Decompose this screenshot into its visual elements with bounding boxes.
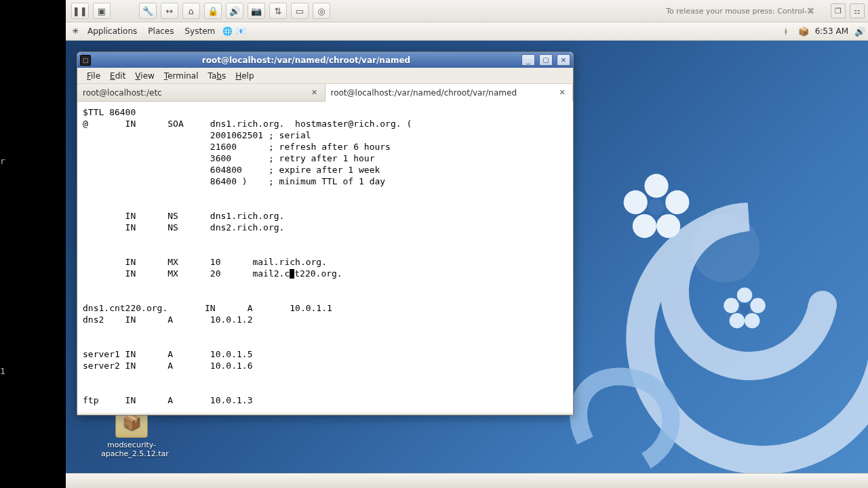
svg-point-2 <box>656 214 680 238</box>
vm-sound-button[interactable]: 🔊 <box>226 3 243 19</box>
terminal-text-post: t220.org. dns1.cnt220.org. IN A 10.0.1.1… <box>83 268 342 405</box>
vm-record-button[interactable]: ◎ <box>313 3 330 19</box>
tab-close-icon[interactable]: ✕ <box>557 88 567 98</box>
terminal-tab-etc[interactable]: root@localhost:/etc ✕ <box>77 84 326 101</box>
wallpaper-flower <box>619 169 694 244</box>
terminal-text-pre: $TTL 86400 @ IN SOA dns1.rich.org. hostm… <box>83 107 412 279</box>
wallpaper-swirl <box>545 149 868 473</box>
terminal-body[interactable]: $TTL 86400 @ IN SOA dns1.rich.org. hostm… <box>77 102 573 413</box>
window-minimize-button[interactable]: _ <box>521 54 535 66</box>
volume-icon[interactable]: 🔊 <box>854 25 866 37</box>
left-bar-char: r <box>0 156 5 166</box>
gnome-top-panel: ✳ Applications Places System 🌐 📧 ᚼ 📦 6:5… <box>66 22 868 41</box>
wallpaper-flower <box>721 285 768 332</box>
svg-point-8 <box>745 313 760 328</box>
vm-lock-button[interactable]: 🔒 <box>204 3 222 19</box>
vm-release-hint: To release your mouse press: Control-⌘ <box>666 7 814 16</box>
vm-host-toolbar: ❚❚ ▣ 🔧 ↔ ⌂ 🔒 🔊 📷 ⇅ ▭ ◎ To release your m… <box>66 0 868 22</box>
gnome-bottom-panel[interactable] <box>66 473 868 488</box>
tab-label: root@localhost:/etc <box>83 88 162 98</box>
guest-screen: ❚❚ ▣ 🔧 ↔ ⌂ 🔒 🔊 📷 ⇅ ▭ ◎ To release your m… <box>66 0 868 488</box>
bluetooth-icon[interactable]: ᚼ <box>780 25 792 37</box>
browser-launcher-icon[interactable]: 🌐 <box>222 26 233 37</box>
desktop[interactable]: 📦 modsecurity- apache_2.5.12.tar ▢ root@… <box>66 41 868 473</box>
tab-label: root@localhost:/var/named/chroot/var/nam… <box>331 88 517 98</box>
window-close-button[interactable]: ✕ <box>557 54 570 66</box>
package-update-icon[interactable]: 📦 <box>797 25 810 37</box>
vm-close-button[interactable]: ⚏ <box>850 3 865 18</box>
svg-point-6 <box>737 287 752 302</box>
menu-system[interactable]: System <box>180 22 219 40</box>
svg-point-5 <box>648 199 665 215</box>
svg-point-11 <box>739 303 749 313</box>
distributor-logo-icon[interactable]: ✳ <box>70 26 81 37</box>
clock[interactable]: 6:53 AM <box>815 26 848 36</box>
vm-share-button[interactable]: ⇅ <box>269 3 287 19</box>
svg-point-9 <box>730 313 745 328</box>
menu-terminal[interactable]: Terminal <box>160 70 203 82</box>
menu-file[interactable]: File <box>83 70 104 82</box>
terminal-tab-named[interactable]: root@localhost:/var/named/chroot/var/nam… <box>326 84 574 102</box>
vm-home-button[interactable]: ⌂ <box>182 3 200 19</box>
terminal-tabbar: root@localhost:/etc ✕ root@localhost:/va… <box>77 84 573 102</box>
vm-resize-button[interactable]: ↔ <box>161 3 178 19</box>
svg-point-0 <box>644 174 668 198</box>
vm-pause-button[interactable]: ❚❚ <box>71 3 89 19</box>
vm-maximize-button[interactable]: ❐ <box>831 3 846 18</box>
svg-point-3 <box>633 214 656 238</box>
desktop-icon-label: modsecurity- apache_2.5.12.tar <box>101 441 162 458</box>
window-resize-grip[interactable] <box>77 413 573 415</box>
svg-point-1 <box>665 190 689 214</box>
vm-display-button[interactable]: ▭ <box>291 3 309 19</box>
menu-applications[interactable]: Applications <box>83 22 141 40</box>
vm-camera-button[interactable]: 📷 <box>248 3 265 19</box>
left-bar-char: 1 <box>0 366 5 376</box>
vm-settings-button[interactable]: 🔧 <box>139 3 157 19</box>
svg-point-4 <box>624 190 648 214</box>
terminal-menubar: File Edit View Terminal Tabs Help <box>77 68 573 84</box>
svg-point-7 <box>750 298 765 313</box>
window-maximize-button[interactable]: ▢ <box>539 54 553 66</box>
svg-point-10 <box>724 298 738 313</box>
tab-close-icon[interactable]: ✕ <box>310 88 319 98</box>
terminal-window: ▢ root@localhost:/var/named/chroot/var/n… <box>77 52 574 415</box>
menu-edit[interactable]: Edit <box>106 70 130 82</box>
vm-snapshot-button[interactable]: ▣ <box>93 3 111 19</box>
menu-places[interactable]: Places <box>144 22 178 40</box>
terminal-icon: ▢ <box>80 55 91 66</box>
window-title: root@localhost:/var/named/chroot/var/nam… <box>95 56 517 65</box>
mail-launcher-icon[interactable]: 📧 <box>235 26 246 37</box>
menu-help[interactable]: Help <box>231 70 258 82</box>
menu-tabs[interactable]: Tabs <box>204 70 231 82</box>
window-titlebar[interactable]: ▢ root@localhost:/var/named/chroot/var/n… <box>77 52 573 68</box>
menu-view[interactable]: View <box>131 70 158 82</box>
